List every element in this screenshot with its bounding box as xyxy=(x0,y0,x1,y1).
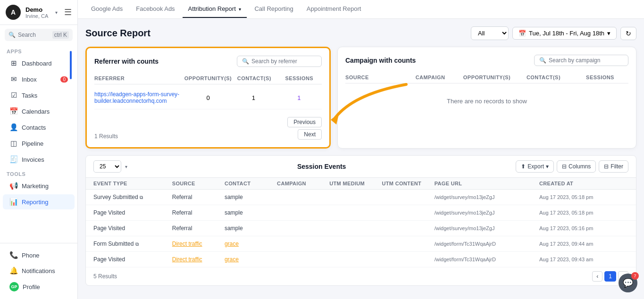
nav-call-reporting[interactable]: Call Reporting xyxy=(249,0,299,18)
sidebar-item-calendars[interactable]: 📅 Calendars xyxy=(3,104,75,119)
page-url-cell: /widget/survey/mo13jeZgJ xyxy=(435,225,539,231)
sidebar-item-pipeline[interactable]: ◫ Pipeline xyxy=(3,136,75,151)
session-footer: 5 Results ‹ 1 › xyxy=(86,267,636,285)
sidebar-item-profile[interactable]: GP Profile xyxy=(3,279,75,295)
date-picker[interactable]: 📅 Tue, Jul 18th - Fri, Aug 18th ▾ xyxy=(512,27,617,40)
table-row: Survey Submitted ⧉ Referral sample /widg… xyxy=(86,190,636,205)
referrer-card: Referrer with counts 🔍 Search by referre… xyxy=(85,47,331,149)
search-icon: 🔍 xyxy=(8,32,16,38)
prev-page-button[interactable]: ‹ xyxy=(592,271,602,282)
referrer-search-placeholder: Search by referrer xyxy=(251,58,297,65)
col-campaign: CAMPAIGN xyxy=(277,181,329,186)
session-events-title: Session Events xyxy=(131,163,512,170)
export-label: Export xyxy=(527,163,544,170)
sidebar-item-notifications[interactable]: 🔔 Notifications xyxy=(3,263,75,278)
sidebar-item-phone[interactable]: 📞 Phone xyxy=(3,248,75,263)
sidebar-item-label: Tasks xyxy=(22,92,37,99)
filter-button[interactable]: ⊟ Filter xyxy=(599,160,628,173)
sidebar-item-label: Reporting xyxy=(22,199,48,206)
sidebar-item-invoices[interactable]: 🧾 Invoices xyxy=(3,152,75,167)
columns-label: Columns xyxy=(569,163,591,170)
source-cell[interactable]: Direct traffic xyxy=(172,241,225,247)
chevron-down-icon[interactable]: ▾ xyxy=(55,10,58,15)
sidebar-item-reporting[interactable]: 📊 Reporting xyxy=(3,194,75,209)
sidebar-bottom: 📞 Phone 🔔 Notifications GP Profile xyxy=(0,243,77,299)
nav-google-ads[interactable]: Google Ads xyxy=(85,0,128,18)
col-sessions: SESSIONS xyxy=(572,75,628,80)
inbox-icon: ✉ xyxy=(9,75,18,83)
columns-icon: ⊟ xyxy=(562,163,567,170)
filter-label: Filter xyxy=(611,163,623,170)
sidebar-item-label: Contacts xyxy=(22,124,46,131)
page-url-cell: /widget/form/Tc31WqaAjrD xyxy=(435,257,539,262)
source-cell: Referral xyxy=(172,225,225,232)
col-contacts: CONTACT(S) xyxy=(232,75,276,81)
nav-attribution-report[interactable]: Attribution Report ▾ xyxy=(183,0,247,18)
search-label: Search xyxy=(18,32,36,38)
created-at-cell: Aug 17 2023, 05:16 pm xyxy=(539,225,618,231)
session-events-section: 25 50 100 ▾ Session Events ⬆ Export ▾ ⊟ … xyxy=(85,155,636,286)
col-contacts: CONTACT(S) xyxy=(515,75,572,80)
header-controls: All Online Offline 📅 Tue, Jul 18th - Fri… xyxy=(471,26,636,40)
chevron-down-icon: ▾ xyxy=(546,163,549,170)
col-utm-medium: UTM MEDIUM xyxy=(329,181,382,186)
calendar-icon: 📅 xyxy=(519,30,526,37)
chat-bubble[interactable]: 💬 7 xyxy=(619,274,637,292)
chevron-down-icon: ▾ xyxy=(125,164,127,169)
referrer-search[interactable]: 🔍 Search by referrer xyxy=(237,56,322,67)
referrer-table-header: REFERRER OPPORTUNITY(S) CONTACT(S) SESSI… xyxy=(94,73,322,84)
sidebar-item-tasks[interactable]: ☑ Tasks xyxy=(3,88,75,103)
search-shortcut: ctrl K xyxy=(52,31,69,39)
sidebar-item-label: Calendars xyxy=(22,108,50,115)
source-cell[interactable]: Direct traffic xyxy=(172,256,225,263)
tools-label: Tools xyxy=(0,167,77,178)
sidebar-item-inbox[interactable]: ✉ Inbox 0 xyxy=(3,72,75,87)
hamburger-icon[interactable]: ☰ xyxy=(64,7,72,17)
phone-icon: 📞 xyxy=(9,251,18,259)
sessions-cell: 1 xyxy=(276,94,322,101)
refresh-button[interactable]: ↻ xyxy=(620,27,636,40)
referrer-card-header: Referrer with counts 🔍 Search by referre… xyxy=(94,56,322,67)
page-header: Source Report All Online Offline 📅 Tue, … xyxy=(85,26,636,40)
previous-button[interactable]: Previous xyxy=(287,117,322,127)
contact-cell: sample xyxy=(225,209,277,216)
next-button[interactable]: Next xyxy=(298,129,322,140)
contact-cell: sample xyxy=(225,225,277,232)
page-url-cell: /widget/survey/mo13jeZgJ xyxy=(435,194,539,200)
col-page-url: PAGE URL xyxy=(435,181,539,186)
col-contact: CONTACT xyxy=(225,181,277,186)
user-name: Demo xyxy=(25,6,48,13)
sidebar-item-label: Profile xyxy=(23,283,40,291)
contacts-icon: 👤 xyxy=(9,123,18,132)
per-page-select[interactable]: 25 50 100 xyxy=(93,160,121,173)
chat-icon: 💬 xyxy=(623,278,633,288)
col-source: SOURCE xyxy=(172,181,225,186)
sidebar-item-marketing[interactable]: 📢 Marketing xyxy=(3,178,75,193)
search-icon: 🔍 xyxy=(242,58,249,65)
col-created-at: CREATED AT xyxy=(539,181,618,186)
created-at-cell: Aug 17 2023, 05:18 pm xyxy=(539,194,618,200)
sidebar-item-contacts[interactable]: 👤 Contacts xyxy=(3,120,75,135)
notifications-icon: 🔔 xyxy=(9,266,18,275)
col-campaign: CAMPAIGN xyxy=(402,75,459,80)
sidebar-top: A Demo Irvine, CA ▾ ☰ xyxy=(0,0,77,25)
chevron-down-icon: ▾ xyxy=(239,7,241,12)
calendars-icon: 📅 xyxy=(9,107,18,116)
contact-cell[interactable]: grace xyxy=(225,241,277,247)
event-type-cell: Page Visited xyxy=(93,209,172,216)
nav-facebook-ads[interactable]: Facebook Ads xyxy=(130,0,180,18)
facebook-sidebar-indicator[interactable] xyxy=(70,51,72,79)
referrer-results: 1 Results xyxy=(94,133,118,140)
referrer-card-title: Referrer with counts xyxy=(94,58,159,65)
referrer-link[interactable]: https://leadgen-apps-form-survey-builder… xyxy=(94,91,185,104)
search-bar[interactable]: 🔍 Search ctrl K xyxy=(5,29,73,41)
chevron-down-icon: ▾ xyxy=(607,30,611,37)
sidebar-item-dashboard[interactable]: ⊞ Dashboard xyxy=(3,56,75,71)
columns-button[interactable]: ⊟ Columns xyxy=(557,160,596,173)
nav-appointment-report[interactable]: Appointment Report xyxy=(301,0,367,18)
contact-cell[interactable]: grace xyxy=(225,256,277,263)
search-icon: 🔍 xyxy=(539,57,546,64)
export-button[interactable]: ⬆ Export ▾ xyxy=(516,160,554,173)
filter-select[interactable]: All Online Offline xyxy=(471,26,509,40)
campaign-search[interactable]: 🔍 Search by campaign xyxy=(534,55,628,66)
